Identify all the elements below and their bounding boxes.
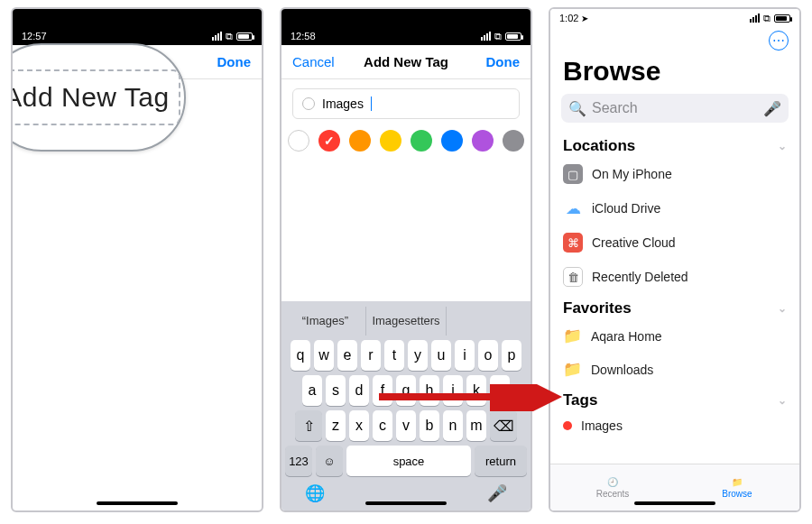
key-x[interactable]: x [349,410,369,441]
dictation-icon[interactable]: 🎤 [763,100,781,117]
screen-2-add-new-tag: 12:58 ⧉ Cancel Add New Tag Done Images “… [280,7,532,512]
home-indicator[interactable] [634,501,715,505]
done-button[interactable]: Done [486,54,521,69]
key-v[interactable]: v [396,410,416,441]
home-indicator[interactable] [365,501,447,505]
more-button[interactable]: ⋯ [769,31,789,51]
keyboard: “Images” Imagesetters qwertyuiop asdfghj… [281,301,531,510]
key-j[interactable]: j [443,375,463,406]
key-q[interactable]: q [291,340,310,371]
list-item[interactable]: ☁︎iCloud Drive [550,191,799,225]
list-item[interactable]: 📁Aqara Home [550,319,799,353]
list-item[interactable]: ⌘Creative Cloud [550,225,799,260]
cancel-button[interactable]: Cancel [292,54,335,69]
folder-icon: 📁 [563,326,582,345]
color-swatch-red[interactable] [318,130,340,152]
trash-icon: 🗑 [563,267,583,287]
home-indicator[interactable] [97,501,178,505]
key-o[interactable]: o [478,340,498,371]
list-item[interactable]: ▢On My iPhone [550,157,799,191]
device-icon: ▢ [563,164,583,184]
key-p[interactable]: p [502,340,521,371]
space-key[interactable]: space [346,446,471,476]
key-w[interactable]: w [314,340,334,371]
no-color-icon [302,97,315,110]
key-s[interactable]: s [326,375,346,406]
shift-key[interactable]: ⇧ [295,410,322,441]
color-swatch-purple[interactable] [472,130,494,152]
wifi-icon: ⧉ [494,31,502,42]
section-tags[interactable]: Tags ⌄ [563,391,787,409]
status-bar: 1:02 ➤ ⧉ [550,9,799,27]
clock: 12:58 [291,31,316,41]
section-favorites[interactable]: Favorites ⌄ [563,299,787,317]
list-item[interactable]: 🗑Recently Deleted [550,260,799,294]
color-swatch-no-color[interactable] [288,130,309,152]
tab-browse-label: Browse [722,489,752,499]
dictation-key[interactable]: 🎤 [487,483,507,503]
key-l[interactable]: l [490,375,510,406]
search-icon: 🔍 [568,100,586,117]
key-i[interactable]: i [455,340,475,371]
color-swatch-green[interactable] [411,130,432,152]
key-e[interactable]: e [337,340,357,371]
signal-icon [750,14,760,23]
key-b[interactable]: b [420,410,439,441]
key-h[interactable]: h [420,375,439,406]
tag-name-value: Images [322,97,364,111]
wifi-icon: ⧉ [763,13,770,24]
signal-icon [212,32,222,41]
list-item[interactable]: 📁Downloads [550,353,799,386]
color-swatch-yellow[interactable] [380,130,401,152]
suggestion-1[interactable]: “Images” [285,307,366,336]
key-y[interactable]: y [408,340,428,371]
notch-bar [281,9,531,27]
chevron-down-icon: ⌄ [778,302,787,315]
key-u[interactable]: u [431,340,451,371]
folder-icon: 📁 [563,360,582,379]
key-g[interactable]: g [396,375,416,406]
suggestion-3[interactable] [447,307,527,336]
magnified-text: Add New Tag [11,69,180,125]
folder-icon: 📁 [732,477,743,487]
backspace-key[interactable]: ⌫ [490,410,517,441]
key-z[interactable]: z [326,410,346,441]
emoji-key[interactable]: ☺ [316,446,343,476]
search-input[interactable]: 🔍 Search 🎤 [561,94,789,123]
search-placeholder: Search [592,100,758,116]
key-r[interactable]: r [361,340,381,371]
tag-dot [563,421,572,430]
battery-icon [774,14,790,23]
status-bar: 12:57 ⧉ [13,27,262,45]
favorites-label: Favorites [563,299,632,317]
signal-icon [481,32,491,41]
key-f[interactable]: f [373,375,392,406]
key-c[interactable]: c [373,410,392,441]
section-locations[interactable]: Locations ⌄ [563,137,787,155]
creative-cloud-icon: ⌘ [563,233,583,253]
locations-label: Locations [563,137,635,155]
suggestion-2[interactable]: Imagesetters [366,307,448,336]
key-t[interactable]: t [384,340,404,371]
key-n[interactable]: n [443,410,463,441]
key-d[interactable]: d [349,375,369,406]
return-key[interactable]: return [475,446,527,476]
number-key[interactable]: 123 [285,446,312,476]
key-k[interactable]: k [466,375,486,406]
list-item[interactable]: Images [550,411,799,440]
color-swatch-gray[interactable] [503,130,524,152]
location-icon: ➤ [581,14,588,23]
item-label: On My iPhone [592,167,672,181]
item-label: Recently Deleted [592,270,688,284]
globe-key[interactable]: 🌐 [305,483,325,503]
magnifier-callout: Add New Tag [11,43,186,152]
item-label: Images [581,418,623,433]
key-m[interactable]: m [466,410,486,441]
color-swatch-orange[interactable] [349,130,371,152]
color-swatch-blue[interactable] [441,130,463,152]
done-button[interactable]: Done [217,54,252,69]
tag-name-input[interactable]: Images [292,88,520,119]
chevron-down-icon: ⌄ [778,140,787,152]
key-a[interactable]: a [302,375,322,406]
clock-icon: 🕘 [607,477,618,487]
